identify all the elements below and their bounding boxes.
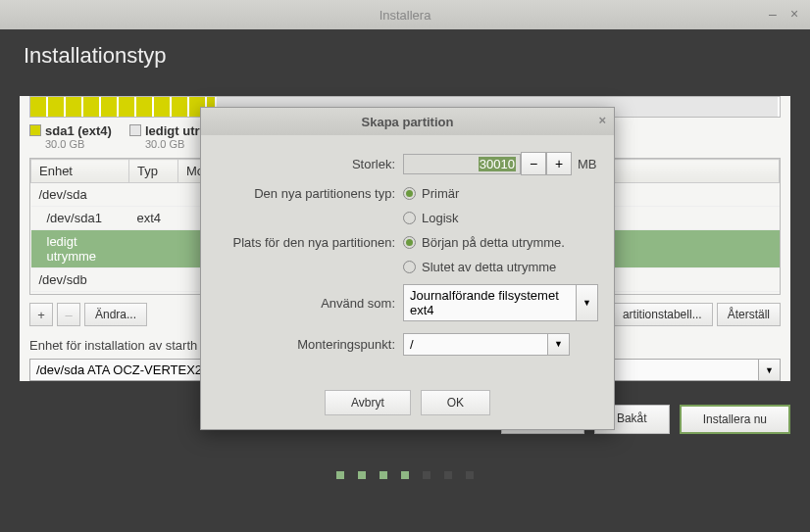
close-icon[interactable]: × [598,113,606,127]
radio-primary[interactable]: Primär [403,186,459,201]
new-partition-table-button[interactable]: artitionstabell... [612,303,713,326]
radio-logical[interactable]: Logisk [403,211,459,225]
radio-location-begin[interactable]: Början på detta utrymme. [403,235,565,250]
use-as-select[interactable]: Journalförande filsystemet ext4 ▼ [403,284,598,321]
radio-icon [403,236,416,249]
install-now-button[interactable]: Installera nu [680,405,790,434]
ok-button[interactable]: OK [421,390,490,415]
remove-partition-button[interactable]: – [57,303,80,326]
page-title: Installationstyp [0,29,810,86]
col-type[interactable]: Typ [129,160,178,183]
swatch-icon [29,124,41,136]
radio-location-end[interactable]: Slutet av detta utrymme [403,260,565,274]
dialog-title: Skapa partition [362,115,454,129]
radio-icon [403,261,416,273]
minimize-icon[interactable]: – [765,6,781,22]
mount-point-label: Monteringspunkt: [217,337,403,352]
radio-icon [403,187,416,200]
size-decrement-button[interactable]: − [521,152,546,175]
mount-point-select[interactable]: / ▼ [403,333,570,356]
radio-icon [403,212,416,224]
col-device[interactable]: Enhet [31,160,129,183]
legend-size: 30.0 GB [45,138,112,150]
create-partition-dialog: Skapa partition × Storlek: 30010 − + MB … [200,107,615,430]
size-increment-button[interactable]: + [546,152,572,175]
chevron-down-icon: ▼ [548,333,570,356]
swatch-icon [129,124,141,136]
chevron-down-icon: ▼ [759,359,781,381]
chevron-down-icon: ▼ [577,284,598,321]
installer-window: Installera – × Installationstyp sda1 (ex… [0,0,810,532]
progress-dots [0,448,810,503]
add-partition-button[interactable]: + [29,303,53,326]
reset-button[interactable]: Återställ [717,303,781,326]
usage-seg-sda1 [30,97,217,117]
cancel-button[interactable]: Avbryt [325,390,411,415]
use-as-label: Använd som: [217,296,403,311]
legend-name: sda1 (ext4) [45,123,112,138]
size-label: Storlek: [217,157,403,171]
close-icon[interactable]: × [786,6,802,22]
partition-type-label: Den nya partitionens typ: [217,186,403,201]
titlebar: Installera – × [0,0,810,29]
legend-item-sda1: sda1 (ext4) 30.0 GB [29,123,112,150]
window-title: Installera [380,8,431,23]
size-unit: MB [578,157,597,171]
change-button[interactable]: Ändra... [84,303,147,326]
location-label: Plats för den nya partitionen: [217,235,403,250]
size-input[interactable]: 30010 [403,154,521,174]
